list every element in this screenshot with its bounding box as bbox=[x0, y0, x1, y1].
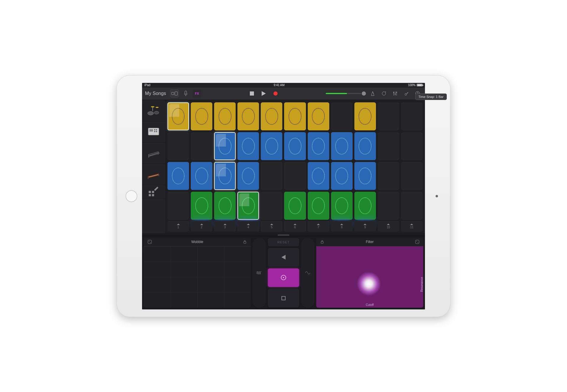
svg-rect-34 bbox=[148, 240, 151, 244]
loop-cell[interactable] bbox=[354, 132, 376, 160]
loop-cell[interactable] bbox=[191, 192, 212, 220]
svg-rect-21 bbox=[154, 129, 155, 130]
settings-icon[interactable] bbox=[402, 91, 411, 96]
fx-left-lock-icon[interactable] bbox=[242, 239, 248, 245]
svg-rect-2 bbox=[185, 91, 187, 94]
column-trigger[interactable]: 4 bbox=[237, 221, 259, 232]
loop-cell[interactable] bbox=[401, 102, 423, 130]
loop-cell[interactable] bbox=[284, 102, 306, 130]
loop-cell[interactable] bbox=[378, 102, 399, 130]
svg-rect-30 bbox=[149, 191, 151, 193]
svg-rect-29 bbox=[158, 174, 159, 176]
loop-cell[interactable] bbox=[308, 102, 329, 130]
loop-cell[interactable] bbox=[167, 132, 189, 160]
loop-cell[interactable] bbox=[237, 162, 259, 190]
browser-toggle-button[interactable] bbox=[170, 89, 179, 98]
fx-left-xy-pad[interactable] bbox=[144, 246, 251, 308]
track-header-sampler[interactable] bbox=[142, 121, 165, 142]
cell-edit-button[interactable] bbox=[142, 185, 165, 199]
loop-cell[interactable] bbox=[378, 132, 399, 160]
loop-cell[interactable] bbox=[167, 102, 189, 130]
loop-cell[interactable] bbox=[308, 162, 329, 190]
column-trigger[interactable]: 6 bbox=[284, 221, 306, 232]
gater-slider[interactable] bbox=[252, 238, 266, 308]
column-trigger[interactable]: 9 bbox=[354, 221, 376, 232]
loop-cell[interactable] bbox=[214, 192, 236, 220]
loop-cell[interactable] bbox=[378, 192, 399, 220]
record-button[interactable] bbox=[271, 89, 280, 98]
loop-cell[interactable] bbox=[214, 102, 236, 130]
home-button[interactable] bbox=[126, 190, 137, 202]
loop-cell[interactable] bbox=[354, 192, 376, 220]
loop-cell[interactable] bbox=[354, 162, 376, 190]
loop-cell[interactable] bbox=[191, 132, 212, 160]
svg-rect-28 bbox=[148, 177, 149, 179]
loop-cell[interactable] bbox=[191, 162, 212, 190]
loop-cell[interactable] bbox=[261, 102, 282, 130]
fx-button[interactable]: FX bbox=[193, 89, 201, 98]
play-button[interactable] bbox=[259, 89, 268, 98]
loop-cell[interactable] bbox=[331, 192, 353, 220]
fx-stop-button[interactable] bbox=[268, 289, 299, 307]
loop-cell[interactable] bbox=[167, 162, 189, 190]
column-trigger[interactable]: 2 bbox=[191, 221, 212, 232]
loop-cell[interactable] bbox=[331, 132, 353, 160]
loop-cell[interactable] bbox=[401, 162, 423, 190]
column-trigger[interactable]: 8 bbox=[331, 221, 353, 232]
column-trigger[interactable]: 5 bbox=[261, 221, 282, 232]
track-header-drums[interactable] bbox=[142, 100, 165, 121]
time-snap-badge[interactable]: Time Snap: 1 Bar bbox=[415, 94, 425, 100]
fx-reset-button[interactable]: RESET bbox=[268, 238, 299, 246]
loop-cell[interactable] bbox=[191, 102, 212, 130]
loop-cell[interactable] bbox=[308, 192, 329, 220]
fx-scratch-button[interactable] bbox=[268, 268, 299, 287]
column-trigger[interactable]: 3 bbox=[214, 221, 236, 232]
loop-cell[interactable] bbox=[214, 162, 236, 190]
loop-cell[interactable] bbox=[284, 162, 306, 190]
loop-cell[interactable] bbox=[214, 132, 236, 160]
stop-button[interactable] bbox=[247, 89, 256, 98]
svg-point-9 bbox=[395, 94, 396, 95]
loop-cell[interactable] bbox=[237, 192, 259, 220]
loop-cell[interactable] bbox=[261, 162, 282, 190]
column-trigger[interactable]: 11 bbox=[401, 221, 423, 232]
loop-cell[interactable] bbox=[308, 132, 329, 160]
loop-cell[interactable] bbox=[331, 102, 353, 130]
loop-cell[interactable] bbox=[401, 132, 423, 160]
wave-slider[interactable] bbox=[301, 238, 315, 308]
column-trigger[interactable]: 7 bbox=[308, 221, 329, 232]
loop-cell[interactable] bbox=[378, 162, 399, 190]
fx-reverse-button[interactable] bbox=[268, 248, 299, 267]
track-headers bbox=[142, 100, 165, 233]
svg-rect-39 bbox=[416, 240, 419, 244]
svg-rect-16 bbox=[152, 107, 153, 111]
column-trigger[interactable]: 10 bbox=[378, 221, 399, 232]
fx-right-y-axis: Resonance bbox=[421, 277, 423, 292]
column-trigger[interactable]: 1 bbox=[167, 221, 189, 232]
master-volume[interactable] bbox=[326, 91, 366, 96]
fx-right-lock-icon[interactable] bbox=[319, 239, 325, 245]
loop-cell[interactable] bbox=[401, 192, 423, 220]
loop-cell[interactable] bbox=[284, 192, 306, 220]
metronome-icon[interactable] bbox=[368, 91, 377, 96]
loop-cell[interactable] bbox=[261, 132, 282, 160]
loop-icon[interactable] bbox=[379, 91, 388, 96]
fx-right-randomize-icon[interactable] bbox=[414, 239, 420, 245]
mic-button[interactable] bbox=[181, 89, 190, 98]
loop-cell[interactable] bbox=[237, 132, 259, 160]
fx-left-randomize-icon[interactable] bbox=[147, 239, 153, 245]
loop-cell[interactable] bbox=[261, 192, 282, 220]
fx-right-xy-pad[interactable]: Cutoff Resonance bbox=[316, 246, 423, 308]
loop-cell[interactable] bbox=[331, 162, 353, 190]
loop-cell[interactable] bbox=[284, 132, 306, 160]
column-number: 10 bbox=[387, 226, 390, 229]
loop-cell[interactable] bbox=[354, 102, 376, 130]
loop-cell[interactable] bbox=[167, 192, 189, 220]
track-header-synth[interactable] bbox=[142, 164, 165, 185]
back-my-songs[interactable]: My Songs bbox=[145, 91, 166, 96]
track-header-keys[interactable] bbox=[142, 142, 165, 164]
mixer-icon[interactable] bbox=[391, 91, 400, 96]
ipad-device-frame: iPad 9:41 AM 100% My Songs FX bbox=[117, 75, 450, 317]
loop-cell[interactable] bbox=[237, 102, 259, 130]
svg-rect-33 bbox=[152, 194, 154, 196]
